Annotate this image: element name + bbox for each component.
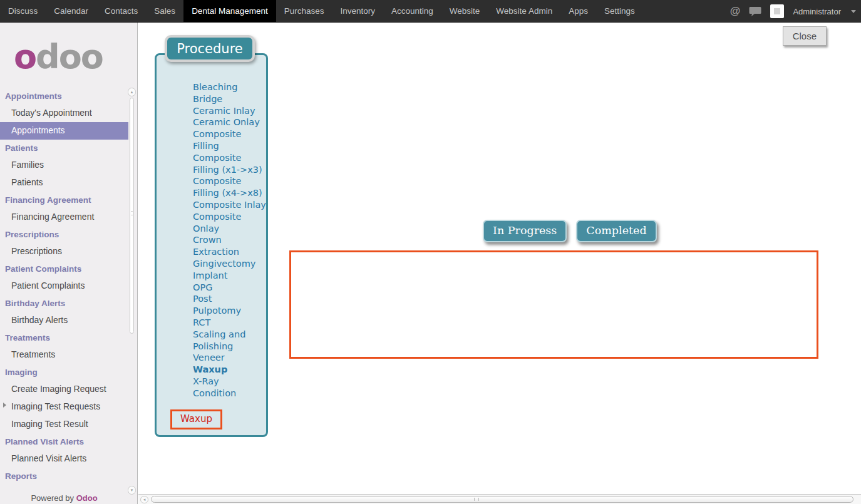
sidebar: odoo AppointmentsToday's AppointmentAppo… <box>0 23 138 504</box>
procedure-item-composite-onlay[interactable]: Composite Onlay <box>193 211 267 235</box>
sidebar-item-birthday-alerts[interactable]: Birthday Alerts <box>0 312 128 329</box>
nav-item-contacts[interactable]: Contacts <box>96 0 146 22</box>
nav-item-discuss[interactable]: Discuss <box>0 0 46 22</box>
nav-item-inventory[interactable]: Inventory <box>333 0 384 22</box>
procedure-item-x-ray[interactable]: X-Ray <box>193 376 267 388</box>
sidebar-item-planned-visit-alerts[interactable]: Planned Visit Alerts <box>0 450 128 468</box>
close-button[interactable]: Close <box>783 26 827 46</box>
procedure-item-implant[interactable]: Implant <box>193 270 267 282</box>
sidebar-item-appointments[interactable]: Appointments <box>0 122 128 140</box>
procedure-item-extraction[interactable]: Extraction <box>193 246 267 258</box>
status-buttons: In Progress Completed <box>483 220 657 242</box>
sidebar-section-patients: Patients <box>0 140 128 157</box>
odoo-logo: odoo <box>14 40 137 74</box>
at-icon[interactable]: @ <box>730 5 741 18</box>
powered-by: Powered by Odoo <box>0 493 128 503</box>
procedure-item-composite-inlay[interactable]: Composite Inlay <box>193 199 267 211</box>
procedure-item-scaling-and-polishing[interactable]: Scaling and Polishing <box>193 329 267 352</box>
sidebar-item-today-s-appointment[interactable]: Today's Appointment <box>0 105 128 122</box>
procedure-table-frame <box>289 250 818 359</box>
procedure-item-condition[interactable]: Condition <box>193 388 267 399</box>
completed-button[interactable]: Completed <box>576 220 656 242</box>
procedure-panel-title: Procedure <box>165 35 255 62</box>
procedure-item-waxup[interactable]: Waxup <box>193 364 267 376</box>
procedure-item-pulpotomy[interactable]: Pulpotomy <box>193 305 267 317</box>
scroll-down-icon[interactable]: ▼ <box>128 486 136 495</box>
procedure-item-crown[interactable]: Crown <box>193 234 267 246</box>
brand-link[interactable]: Odoo <box>76 493 98 503</box>
scroll-left-icon[interactable]: ◄ <box>140 496 148 503</box>
sidebar-item-prescriptions[interactable]: Prescriptions <box>0 243 128 260</box>
sidebar-section-prescriptions: Prescriptions <box>0 226 128 243</box>
horizontal-scrollbar[interactable]: ◄ <box>138 494 861 504</box>
procedure-item-gingivectomy[interactable]: Gingivectomy <box>193 258 267 270</box>
nav-item-calendar[interactable]: Calendar <box>46 0 96 22</box>
sidebar-scrollbar[interactable]: ▲ ▼ <box>128 88 136 495</box>
sidebar-section-planned-visit-alerts: Planned Visit Alerts <box>0 433 128 450</box>
nav-item-dental-management[interactable]: Dental Management <box>183 0 276 22</box>
sidebar-item-financing-agreement[interactable]: Financing Agreement <box>0 208 128 226</box>
procedure-item-ceramic-onlay[interactable]: Ceramic Onlay <box>193 116 267 128</box>
procedure-item-composite-filling-x4-x8[interactable]: Composite Filling (x4->x8) <box>193 175 267 199</box>
scroll-up-icon[interactable]: ▲ <box>128 88 136 96</box>
nav-item-apps[interactable]: Apps <box>560 0 596 22</box>
horizontal-scrollbar-thumb[interactable] <box>151 496 853 503</box>
procedure-item-bleaching[interactable]: Bleaching <box>193 81 267 93</box>
sidebar-menu: AppointmentsToday's AppointmentAppointme… <box>0 88 128 485</box>
sidebar-section-appointments: Appointments <box>0 88 128 105</box>
sidebar-item-patients[interactable]: Patients <box>0 174 128 192</box>
procedure-item-rct[interactable]: RCT <box>193 317 267 329</box>
sidebar-item-imaging-test-requests[interactable]: Imaging Test Requests <box>0 398 128 416</box>
nav-item-website[interactable]: Website <box>441 0 488 22</box>
sidebar-section-reports: Reports <box>0 468 128 485</box>
sidebar-section-patient-complaints: Patient Complaints <box>0 260 128 277</box>
sidebar-section-treatments: Treatments <box>0 329 128 346</box>
sidebar-section-birthday-alerts: Birthday Alerts <box>0 295 128 312</box>
procedure-item-bridge[interactable]: Bridge <box>193 93 267 105</box>
nav-item-sales[interactable]: Sales <box>146 0 183 22</box>
in-progress-button[interactable]: In Progress <box>483 220 567 242</box>
procedure-item-composite-filling[interactable]: Composite Filling <box>193 128 267 152</box>
sidebar-section-financing-agreement: Financing Agreement <box>0 192 128 208</box>
navbar-right: @ Administrator <box>730 0 856 23</box>
nav-item-purchases[interactable]: Purchases <box>276 0 333 22</box>
sidebar-scrollbar-thumb[interactable] <box>130 98 134 334</box>
sidebar-item-imaging-test-result[interactable]: Imaging Test Result <box>0 416 128 433</box>
chevron-down-icon[interactable] <box>851 10 856 13</box>
top-navbar: DiscussCalendarContactsSalesDental Manag… <box>0 0 861 23</box>
procedure-panel: BleachingBridgeCeramic InlayCeramic Onla… <box>155 53 268 437</box>
procedure-item-opg[interactable]: OPG <box>193 282 267 294</box>
sidebar-item-create-imaging-request[interactable]: Create Imaging Request <box>0 381 128 398</box>
avatar[interactable] <box>770 4 784 18</box>
main-content: Close Procedure BleachingBridgeCeramic I… <box>138 23 861 504</box>
selected-procedure-badge: Waxup <box>170 409 222 429</box>
procedure-item-composite-filling-x1-x3[interactable]: Composite Filling (x1->x3) <box>193 152 267 176</box>
sidebar-item-families[interactable]: Families <box>0 157 128 174</box>
sidebar-section-imaging: Imaging <box>0 364 128 381</box>
procedure-item-post[interactable]: Post <box>193 293 267 305</box>
nav-item-settings[interactable]: Settings <box>596 0 643 22</box>
chat-bubble-icon[interactable] <box>749 6 761 16</box>
nav-item-accounting[interactable]: Accounting <box>383 0 441 22</box>
nav-item-website-admin[interactable]: Website Admin <box>488 0 560 22</box>
triangle-right-icon[interactable] <box>3 403 6 408</box>
user-menu-label[interactable]: Administrator <box>793 7 841 16</box>
procedure-item-veneer[interactable]: Veneer <box>193 352 267 364</box>
procedure-item-ceramic-inlay[interactable]: Ceramic Inlay <box>193 105 267 117</box>
sidebar-item-patient-complaints[interactable]: Patient Complaints <box>0 277 128 295</box>
sidebar-item-treatments[interactable]: Treatments <box>0 346 128 364</box>
